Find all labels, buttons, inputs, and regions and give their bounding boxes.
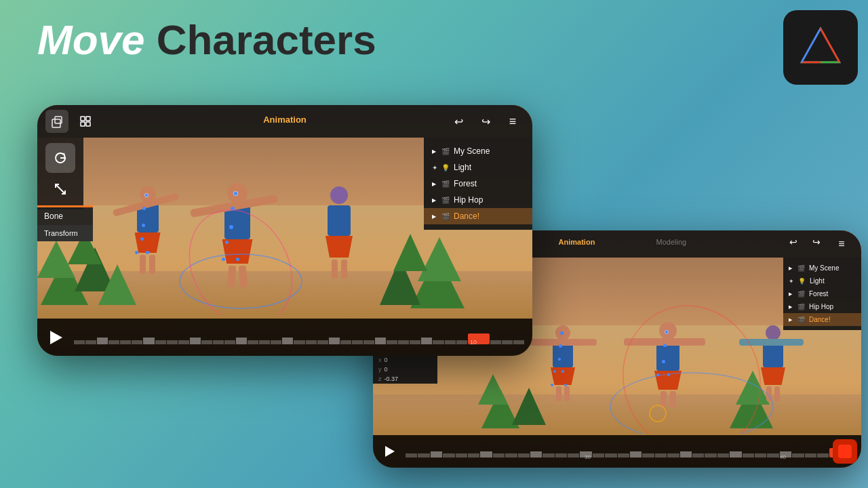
back-undo-btn[interactable]: ↩ [784,232,803,251]
x-val: 0 [384,357,388,363]
scene-icon-myscene: 🎬 [441,148,450,155]
title-characters-word: Characters [144,16,376,63]
main-title: Move Characters [37,19,376,61]
animation-tab-label[interactable]: Animation [263,115,307,125]
play-triangle-icon [50,331,62,344]
light-icon: ✦ [432,164,437,171]
timeline-track[interactable]: 10 [74,331,524,344]
back-undo-redo: ↩ ↪ ≡ [784,232,853,256]
z-axis-label: z [378,375,382,382]
svg-rect-9 [81,117,85,121]
bone-label[interactable]: Bone [37,207,93,225]
scene-label-dance: Dance! [454,211,479,221]
back-scene-item-hiphop[interactable]: ▶ 🎬 Hip Hop [783,300,861,313]
back-scene-panel: ▶ 🎬 My Scene ✦ 💡 Light ▶ 🎬 Forest ▶ 🎬 Hi… [783,258,861,330]
light-sub-icon: 💡 [441,164,450,171]
back-animation-tab[interactable]: Animation [559,238,595,246]
back-timeline-number-40: 40 [780,454,786,460]
arrow-icon-dance: ▶ [432,214,436,220]
scene-label-light: Light [454,163,471,172]
back-char-b [644,322,692,420]
arrow-icon-hiphop: ▶ [432,197,436,203]
scene-item-forest[interactable]: ▶ 🎬 Forest [424,176,532,192]
timeline-number: 10 [470,339,477,346]
arrow-icon-myscene: ▶ [432,148,436,155]
back-play-button[interactable] [381,443,399,460]
svg-line-4 [821,28,840,62]
front-left-panel [37,138,83,209]
cube-btn[interactable] [45,110,68,133]
front-bone-panel: Bone Transform [37,205,93,241]
front-timeline: 10 [37,319,532,356]
z-val: -0.37 [384,375,399,382]
svg-line-13 [56,184,60,189]
back-pos-y: y 0 [373,365,437,374]
title-move: Move [37,16,144,63]
svg-rect-12 [86,122,90,126]
scene-item-myscene[interactable]: ▶ 🎬 My Scene [424,143,532,159]
back-scene-item-light[interactable]: ✦ 💡 Light [783,274,861,287]
svg-rect-10 [86,117,90,121]
rotate-btn[interactable] [45,143,75,173]
transform-label[interactable]: Transform [37,225,93,241]
undo-btn[interactable]: ↩ [447,110,470,133]
front-scene-panel: ▶ 🎬 My Scene ✦ 💡 Light ▶ 🎬 Forest ▶ 🎬 Hi… [424,138,532,230]
swap-btn[interactable] [45,174,75,204]
back-arrow-forest: ▶ [789,291,792,297]
svg-line-3 [802,28,821,62]
back-icon-dance: 🎬 [797,317,805,323]
back-pos-z: z -0.37 [373,374,437,384]
svg-line-14 [60,189,65,194]
y-val: 0 [384,366,388,373]
character-1 [125,186,170,288]
scene-item-hiphop[interactable]: ▶ 🎬 Hip Hop [424,192,532,208]
back-icon-hiphop: 🎬 [797,304,805,310]
svg-marker-0 [802,28,840,62]
back-scene-item-forest[interactable]: ▶ 🎬 Forest [783,287,861,300]
dance-icon: 🎬 [441,213,450,220]
x-axis-label: x [378,357,382,363]
back-play-triangle [385,446,395,457]
back-arrow-hiphop: ▶ [789,304,792,310]
back-arrow-dance: ▶ [789,317,792,323]
grid-btn[interactable] [74,110,97,133]
back-timeline-track[interactable]: 30 40 [406,445,853,458]
svg-rect-11 [81,122,85,126]
back-modeling-tab[interactable]: Modeling [656,238,687,246]
record-button[interactable] [833,439,857,464]
back-timeline: 30 40 [373,435,861,468]
undo-redo: ↩ ↪ ≡ [447,110,524,133]
back-pos-x: x 0 [373,355,437,365]
forest-icon: 🎬 [441,180,450,188]
scene-label-hiphop: Hip Hop [454,195,483,205]
back-bulb-icon: 💡 [798,278,806,285]
back-menu-btn[interactable]: ≡ [830,232,853,256]
menu-btn[interactable]: ≡ [501,110,524,133]
front-toolbar: Animation ↩ ↪ ≡ [37,105,532,138]
back-scene-item-dance[interactable]: ▶ 🎬 Dance! [783,313,861,326]
scene-item-dance[interactable]: ▶ 🎬 Dance! [424,208,532,224]
hiphop-icon: 🎬 [441,197,450,204]
scene-item-light[interactable]: ✦ 💡 Light [424,159,532,176]
y-axis-label: y [378,366,382,373]
logo-container [783,10,858,85]
back-arrow-myscene: ▶ [789,266,792,271]
scene-label-forest: Forest [454,179,477,188]
back-redo-btn[interactable]: ↪ [807,232,826,251]
character-3 [315,186,363,291]
scene-label-myscene: My Scene [454,146,490,156]
record-icon [838,445,852,458]
back-char-c [753,325,793,413]
redo-btn[interactable]: ↪ [474,110,497,133]
back-timeline-number-30: 30 [585,454,591,460]
arrow-icon-forest: ▶ [432,181,436,187]
back-icon-forest: 🎬 [797,291,805,298]
back-scene-item-myscene[interactable]: ▶ 🎬 My Scene [783,262,861,274]
timeline-ticks [74,331,524,344]
logo-icon [797,24,844,71]
back-icon-myscene: 🎬 [797,265,805,272]
back-light-icon: ✦ [789,278,794,285]
front-phone: Animation ↩ ↪ ≡ [37,105,532,356]
front-phone-screen: Animation ↩ ↪ ≡ [37,105,532,356]
play-button[interactable] [45,327,67,348]
